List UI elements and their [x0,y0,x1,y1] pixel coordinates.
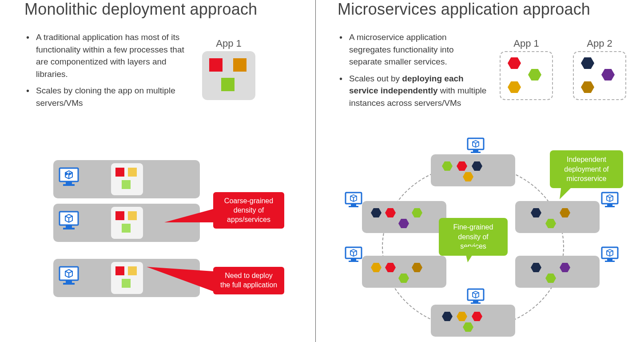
left-bullets: A traditional application has most of it… [24,31,184,113]
monitor-icon [58,210,80,232]
monitor-icon [600,191,619,210]
callout-text: Need to deploy the full application [220,272,277,289]
svg-marker-30 [464,247,477,262]
app1-label-left: App 1 [202,38,255,49]
svg-rect-14 [471,152,481,153]
callout-tail-icon [147,267,218,298]
square-icon [233,58,246,72]
monitor-icon [466,288,485,306]
svg-rect-23 [471,302,481,304]
svg-marker-10 [164,209,213,222]
monitor-icon [58,265,80,287]
monitor-icon [600,246,619,265]
hexagon-icon [601,69,615,80]
svg-rect-26 [605,206,615,207]
mini-app [111,207,143,239]
left-title: Monolithic deployment approach [24,0,300,19]
hexagon-icon [581,81,594,93]
ms-server-right-lower [515,256,600,288]
right-title: Microservices application approach [338,0,631,19]
ms-server-left-upper [362,201,446,233]
callout-coarse-grained: Coarse-grained density of apps/services [213,192,284,229]
app1-label-right: App 1 [500,38,553,49]
app1-group-left: App 1 [202,38,255,100]
mini-app [111,262,143,294]
svg-rect-2 [63,184,75,186]
square-icon [221,78,235,91]
ms-server-right-upper [515,201,600,233]
square-icon [209,58,223,72]
monitor-icon [344,246,363,265]
monitor-icon [58,166,80,189]
left-column: Monolithic deployment approach A traditi… [24,0,300,113]
monitor-icon [344,191,363,210]
svg-rect-1 [66,181,72,184]
svg-rect-22 [473,300,478,302]
ms-server-left-lower [362,256,446,288]
ms-server-bottom [431,305,515,337]
app2-group-right: App 2 [573,38,626,100]
svg-rect-19 [351,258,356,261]
svg-rect-13 [473,149,478,152]
mini-app [111,163,143,195]
callout-text: Coarse-grained density of apps/services [224,197,273,223]
hexagon-icon [508,81,521,93]
svg-marker-11 [147,267,213,291]
svg-rect-9 [63,283,75,285]
svg-rect-25 [607,204,612,206]
callout-tail-icon [460,247,482,265]
right-bullet-2: Scales out by deploying each service ind… [349,72,489,109]
svg-rect-8 [66,280,72,283]
app2-label-right: App 2 [573,38,626,49]
callout-tail-icon [557,181,582,201]
monitor-icon [466,137,485,156]
svg-rect-6 [63,228,75,229]
svg-rect-5 [66,225,72,228]
hexagon-icon [581,57,594,69]
left-bullet-1: A traditional application has most of it… [36,31,184,80]
right-bullets: A microservice application segregates fu… [338,31,489,109]
callout-tail-icon [164,205,218,227]
hexagon-icon [508,57,521,69]
svg-rect-17 [349,206,358,207]
callout-full-deploy: Need to deploy the full application [213,267,284,294]
svg-rect-16 [351,204,356,206]
svg-marker-31 [560,181,577,199]
app1-group-right: App 1 [500,38,553,100]
callout-text: Fine-grained density of services [453,223,493,250]
callout-text: Independent deployment of microservice [564,156,609,182]
left-bullet-2: Scales by cloning the app on multiple se… [36,84,184,109]
hexagon-icon [528,69,541,80]
svg-rect-29 [605,261,615,262]
svg-rect-20 [349,261,358,262]
svg-rect-28 [607,258,612,261]
right-bullet-1: A microservice application segregates fu… [349,31,489,68]
vertical-divider [315,0,316,342]
ms-server-top [431,154,515,186]
